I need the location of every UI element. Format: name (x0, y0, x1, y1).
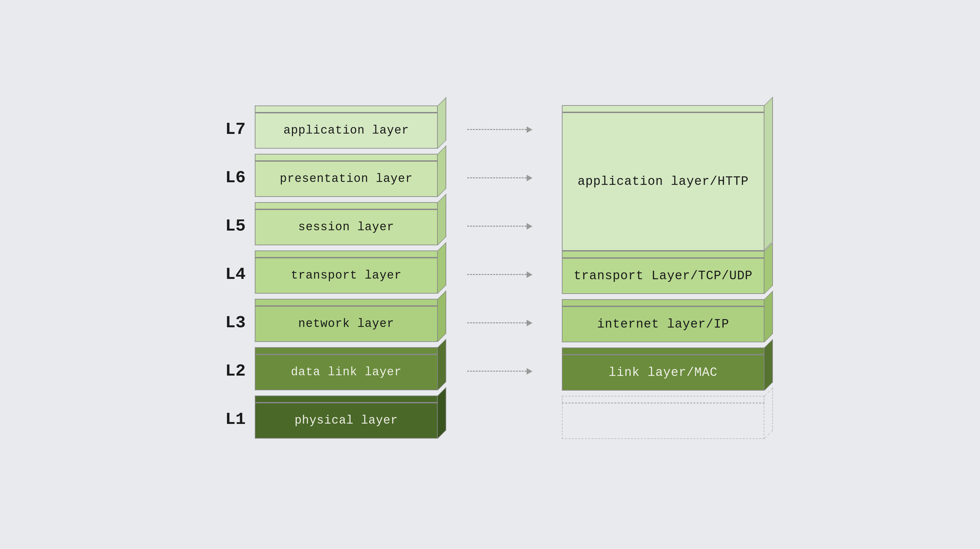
side-face-l4 (438, 242, 446, 294)
block-l4: transport layer (255, 250, 438, 299)
label-l7: L7 (216, 120, 255, 139)
layer-row-l3: L3 network layer (216, 299, 438, 347)
front-face-l4: transport layer (255, 258, 438, 294)
arrowhead-l3 (527, 320, 533, 326)
arrow-row-l7 (464, 105, 536, 154)
tcp-front-physical (562, 403, 764, 439)
front-face-l7: application layer (255, 113, 438, 149)
arrowhead-l7 (527, 126, 533, 133)
arrow-row-l4 (464, 250, 536, 299)
layer-text-l2: data link layer (291, 366, 401, 379)
dashed-line-l7 (467, 129, 527, 130)
osi-stack: L7 application layer L6 presentation lay… (216, 105, 438, 444)
layer-text-l7: application layer (283, 124, 409, 137)
side-face-l5 (438, 194, 446, 245)
tcp-block-link: link layer/MAC (562, 347, 764, 396)
layer-text-l6: presentation layer (280, 172, 413, 186)
top-face-l3 (255, 299, 438, 306)
tcp-block-physical (562, 396, 764, 444)
top-face-l6 (255, 154, 438, 161)
layer-row-l2: L2 data link layer (216, 347, 438, 396)
tcp-front-link: link layer/MAC (562, 355, 764, 391)
block-l5: session layer (255, 202, 438, 250)
tcp-top-link (562, 347, 764, 355)
top-face-l1 (255, 396, 438, 403)
layer-row-l1: L1 physical layer (216, 396, 438, 444)
tcp-text-link: link layer/MAC (602, 366, 724, 379)
block-l7: application layer (255, 105, 438, 154)
block-l6: presentation layer (255, 154, 438, 202)
dashed-arrow-l2 (467, 368, 533, 375)
arrow-row-l2 (464, 347, 536, 396)
arrowhead-l2 (527, 368, 533, 375)
layer-text-l5: session layer (298, 220, 394, 234)
label-l4: L4 (216, 265, 255, 284)
dashed-line-l5 (467, 226, 527, 227)
block-l1: physical layer (255, 396, 438, 444)
tcp-block-app: application layer/HTTP (562, 105, 764, 251)
top-face-l5 (255, 202, 438, 209)
tcp-text-internet: internet layer/IP (590, 317, 736, 331)
tcp-side-link (764, 339, 773, 391)
front-face-l1: physical layer (255, 403, 438, 439)
arrow-row-l5 (464, 202, 536, 250)
tcp-block-transport: transport Layer/TCP/UDP (562, 251, 764, 299)
tcp-top-internet (562, 299, 764, 306)
layer-row-l5: L5 session layer (216, 202, 438, 250)
tcp-ip-stack: application layer/HTTP transport Layer/T… (562, 105, 764, 444)
top-face-l7 (255, 105, 438, 113)
block-l2: data link layer (255, 347, 438, 396)
arrow-row-l3 (464, 299, 536, 347)
dashed-arrow-l6 (467, 175, 533, 181)
front-face-l5: session layer (255, 209, 438, 245)
tcp-text-app: application layer/HTTP (571, 174, 755, 188)
layer-row-l6: L6 presentation layer (216, 154, 438, 202)
tcp-side-internet (764, 291, 773, 342)
tcp-top-transport (562, 251, 764, 258)
layer-row-l7: L7 application layer (216, 105, 438, 154)
tcp-top-app (562, 105, 764, 112)
layer-text-l1: physical layer (295, 414, 398, 427)
arrowhead-l5 (527, 223, 533, 229)
tcp-top-physical (562, 396, 764, 403)
dashed-line-l6 (467, 177, 527, 178)
front-face-l3: network layer (255, 306, 438, 342)
tcp-side-app (764, 97, 773, 250)
top-face-l4 (255, 250, 438, 258)
label-l2: L2 (216, 361, 255, 381)
tcp-side-transport (764, 242, 773, 294)
dashed-arrow-l7 (467, 126, 533, 133)
front-face-l2: data link layer (255, 354, 438, 390)
label-l1: L1 (216, 410, 255, 429)
dashed-arrow-l3 (467, 320, 533, 326)
arrows-column (464, 105, 536, 444)
arrow-row-l6 (464, 154, 536, 202)
layer-text-l4: transport layer (291, 269, 401, 282)
side-face-l7 (438, 97, 446, 149)
front-face-l6: presentation layer (255, 161, 438, 197)
side-face-l2 (438, 339, 446, 390)
label-l3: L3 (216, 313, 255, 333)
layer-row-l4: L4 transport layer (216, 250, 438, 299)
layer-text-l3: network layer (298, 317, 394, 331)
tcp-front-app: application layer/HTTP (562, 112, 764, 251)
arrow-row-l1 (464, 396, 536, 444)
top-face-l2 (255, 347, 438, 354)
dashed-arrow-l4 (467, 271, 533, 278)
diagram-container: L7 application layer L6 presentation lay… (65, 105, 915, 444)
label-l6: L6 (216, 168, 255, 188)
arrowhead-l4 (527, 271, 533, 278)
arrowhead-l6 (527, 175, 533, 181)
dashed-line-l4 (467, 274, 527, 275)
side-face-l6 (438, 145, 446, 197)
dashed-line-l2 (467, 371, 527, 372)
dashed-arrow-l5 (467, 223, 533, 229)
side-face-l1 (438, 387, 446, 439)
side-face-l3 (438, 290, 446, 342)
tcp-front-transport: transport Layer/TCP/UDP (562, 258, 764, 294)
tcp-block-internet: internet layer/IP (562, 299, 764, 347)
tcp-text-transport: transport Layer/TCP/UDP (567, 269, 759, 283)
tcp-front-internet: internet layer/IP (562, 306, 764, 342)
block-l3: network layer (255, 299, 438, 347)
label-l5: L5 (216, 216, 255, 236)
